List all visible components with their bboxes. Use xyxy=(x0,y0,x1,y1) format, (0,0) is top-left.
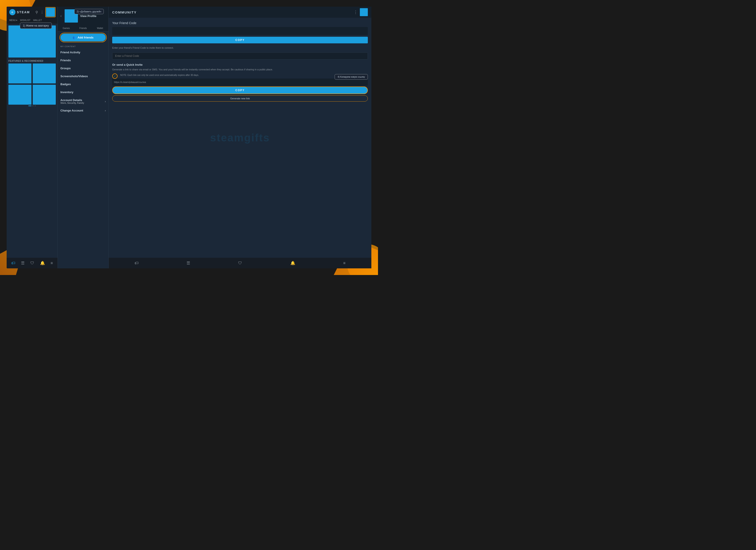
steam-header: ⊙ STEAM ⚲ ⋮ xyxy=(7,7,58,18)
panel-community: steamgifts COMMUNITY ⋮ Your Friend Code … xyxy=(108,7,371,269)
steam-logo-text: STEAM xyxy=(17,10,30,14)
community-header: COMMUNITY ⋮ xyxy=(109,7,371,18)
dot-2 xyxy=(32,106,34,106)
add-friends-icon: 👥 xyxy=(73,36,76,39)
nav-shield-icon[interactable]: 🛡 xyxy=(30,261,34,266)
my-content-label: MY CONTENT xyxy=(58,44,108,48)
community-avatar xyxy=(360,8,368,16)
main-banner xyxy=(8,25,56,58)
right-nav-tag-icon[interactable]: 🏷 xyxy=(135,261,139,266)
right-nav-list-icon[interactable]: ☰ xyxy=(187,261,190,266)
header-icons: ⚲ ⋮ xyxy=(35,8,55,17)
nav-bell-icon[interactable]: 🔔 xyxy=(40,261,45,266)
right-nav-menu-icon[interactable]: ≡ xyxy=(343,261,346,266)
back-arrow-icon[interactable]: ‹ xyxy=(60,14,62,18)
generate-new-link-button[interactable]: Generate new link xyxy=(112,95,368,102)
more-options-icon[interactable]: ⋮ xyxy=(40,10,44,14)
tab-friends[interactable]: Friends xyxy=(75,25,91,31)
view-profile-button[interactable]: View Profile xyxy=(80,14,96,18)
avatar-ring xyxy=(45,7,56,17)
nav-wallet[interactable]: WALLET xyxy=(32,19,43,22)
annotation-4: 4) Копируем новую ссылку xyxy=(335,74,368,80)
featured-grid-2 xyxy=(8,85,56,105)
account-details-arrow: › xyxy=(105,100,106,103)
bottom-nav-left: 🏷 ☰ 🛡 🔔 ≡ xyxy=(7,258,58,269)
community-header-right: ⋮ xyxy=(354,8,368,16)
invite-description: Generate a link to share via email or SM… xyxy=(112,68,368,72)
panel-profile: ‹ View Profile 2) «Добавить друзей» Game… xyxy=(58,7,108,269)
add-friends-button[interactable]: 👥 Add friends xyxy=(60,34,106,41)
profile-top: ‹ View Profile 2) «Добавить друзей» xyxy=(58,7,108,25)
friend-code-input[interactable] xyxy=(112,52,368,60)
annotation-1: 1) Жмем на аватарку xyxy=(20,23,52,29)
menu-badges[interactable]: Badges xyxy=(58,80,108,88)
menu-friends[interactable]: Friends xyxy=(58,56,108,64)
nav-list-icon[interactable]: ☰ xyxy=(21,261,25,266)
friend-code-display xyxy=(112,27,368,35)
main-container: ⊙ STEAM ⚲ ⋮ 1) Жмем на аватарку MENU ▾ xyxy=(7,7,371,269)
avatar-container[interactable] xyxy=(46,8,55,17)
link-display-box: https://s.team/p/ваша/ссылка xyxy=(112,79,368,86)
left-content: FEATURED & RECOMMENDED xyxy=(7,24,58,258)
menu-inventory[interactable]: Inventory xyxy=(58,88,108,96)
profile-tabs: Games Friends Wallet xyxy=(58,25,108,31)
menu-friend-activity[interactable]: Friend Activity xyxy=(58,48,108,56)
change-account-arrow: › xyxy=(105,109,106,112)
menu-change-account[interactable]: Change Account › xyxy=(58,107,108,115)
annotation-2: 2) «Добавить друзей» xyxy=(74,9,104,14)
friend-code-helper: Enter your friend's Friend Code to invit… xyxy=(112,46,368,50)
menu-chevron-icon: ▾ xyxy=(16,19,17,21)
panel-steam-store: ⊙ STEAM ⚲ ⋮ 1) Жмем на аватарку MENU ▾ xyxy=(7,7,58,269)
checkmark-icon: ✓ xyxy=(112,73,118,79)
quick-invite-title: Or send a Quick Invite xyxy=(112,63,368,66)
account-details-text: Account Details Store, Security, Family xyxy=(60,99,84,104)
copy-friend-code-button[interactable]: COPY xyxy=(112,37,368,43)
nav-hamburger-icon[interactable]: ≡ xyxy=(51,261,53,266)
link-url: https://s.team/p/ваша/ссылка xyxy=(114,81,146,83)
featured-item-4[interactable] xyxy=(33,85,56,105)
tab-wallet[interactable]: Wallet xyxy=(92,25,108,31)
featured-item-1[interactable] xyxy=(8,64,31,83)
friend-code-title: Your Friend Code xyxy=(112,21,368,25)
menu-screenshots[interactable]: Screenshots/Videos xyxy=(58,72,108,80)
nav-wishlist[interactable]: WISHLIST xyxy=(19,19,31,22)
menu-account-details[interactable]: Account Details Store, Security, Family … xyxy=(58,96,108,107)
steam-logo: ⊙ STEAM xyxy=(9,9,30,15)
note-text: NOTE: Each link can only be used once an… xyxy=(120,73,368,77)
community-title: COMMUNITY xyxy=(112,10,137,14)
dot-3 xyxy=(35,106,36,106)
featured-item-2[interactable] xyxy=(33,64,56,83)
right-nav-bell-icon[interactable]: 🔔 xyxy=(290,261,295,266)
menu-groups[interactable]: Groups xyxy=(58,64,108,72)
bottom-nav-right: 🏷 ☰ 🛡 🔔 ≡ xyxy=(109,258,371,269)
nav-tag-icon[interactable]: 🏷 xyxy=(11,261,15,266)
community-more-icon[interactable]: ⋮ xyxy=(354,10,358,15)
featured-label: FEATURED & RECOMMENDED xyxy=(8,60,56,62)
featured-item-3[interactable] xyxy=(8,85,31,105)
nav-menu[interactable]: MENU ▾ xyxy=(8,19,18,22)
right-content: Your Friend Code COPY Enter your friend'… xyxy=(109,18,371,258)
steam-logo-icon: ⊙ xyxy=(9,9,15,15)
search-icon[interactable]: ⚲ xyxy=(35,10,38,14)
tab-games[interactable]: Games xyxy=(58,25,75,31)
dot-1 xyxy=(28,106,31,106)
copy-link-button[interactable]: COPY xyxy=(112,87,368,94)
featured-grid xyxy=(8,64,56,83)
progress-dots xyxy=(8,105,56,107)
right-nav-shield-icon[interactable]: 🛡 xyxy=(238,261,242,266)
